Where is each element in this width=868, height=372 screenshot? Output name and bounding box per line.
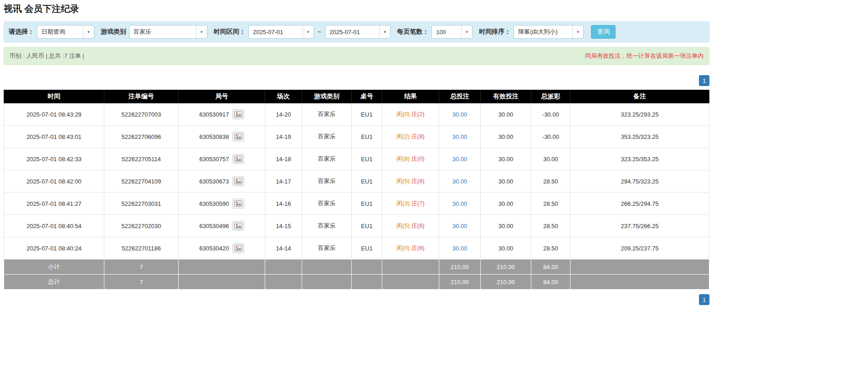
time-sort-value: 降冪(由大到小) — [514, 25, 572, 38]
result-cell: 闲(5) 庄(8) — [382, 170, 439, 193]
note-cell: 266.25/294.75 — [570, 193, 709, 215]
col-note: 备注 — [570, 90, 709, 103]
replay-button[interactable] — [232, 221, 244, 231]
game-type-value: 百家乐 — [129, 25, 196, 38]
chevron-down-icon[interactable]: ▼ — [196, 25, 207, 38]
replay-icon — [234, 245, 242, 251]
banker-result: 庄(0) — [411, 155, 425, 162]
player-result: 闲(3) — [396, 200, 410, 207]
session-cell: 14-16 — [265, 193, 302, 215]
query-type-select[interactable]: 日期查询 ▼ — [37, 25, 94, 39]
total-bet-link[interactable]: 30.00 — [452, 111, 467, 118]
chevron-down-icon[interactable]: ▼ — [461, 25, 472, 38]
total-bet-link[interactable]: 30.00 — [452, 178, 467, 185]
note-cell: 237.75/266.25 — [570, 215, 709, 237]
game-type-cell: 百家乐 — [302, 170, 352, 193]
table-row: 2025-07-01 08:42:33 522622705114 6305307… — [4, 148, 709, 170]
round-cell: 630530757 — [179, 148, 265, 170]
time-cell: 2025-07-01 08:43:01 — [4, 126, 104, 148]
grand-total-valid-bet: 210.00 — [481, 275, 531, 290]
date-from-select[interactable]: 2025-07-01 ▼ — [248, 25, 314, 39]
replay-button[interactable] — [232, 109, 244, 119]
session-cell: 14-19 — [265, 126, 302, 148]
query-type-value: 日期查询 — [37, 25, 83, 38]
time-sort-label: 时间排序： — [479, 28, 511, 36]
payout-cell: 28.50 — [531, 215, 570, 237]
session-cell: 14-20 — [265, 103, 302, 126]
chevron-down-icon[interactable]: ▼ — [83, 25, 94, 38]
subtotal-payout: 84.00 — [531, 260, 570, 275]
game-type-cell: 百家乐 — [302, 215, 352, 237]
chevron-down-icon[interactable]: ▼ — [572, 25, 583, 38]
per-page-select[interactable]: 100 ▼ — [431, 25, 473, 39]
page-button-1[interactable]: 1 — [699, 294, 709, 305]
total-bet-cell: 30.00 — [439, 170, 481, 193]
bet-id-cell: 522622703031 — [104, 193, 179, 215]
total-bet-cell: 30.00 — [439, 103, 481, 126]
chevron-down-icon[interactable]: ▼ — [379, 25, 390, 38]
banker-result: 庄(8) — [411, 133, 425, 140]
round-id: 630530496 — [199, 223, 229, 229]
table-row: 2025-07-01 08:43:01 522622706096 6305308… — [4, 126, 709, 148]
col-session: 场次 — [265, 90, 302, 103]
replay-icon — [234, 156, 242, 162]
subtotal-row: 小计 7 210.00 210.00 84.00 — [4, 260, 709, 275]
replay-button[interactable] — [232, 199, 244, 209]
bet-id-cell: 522622706096 — [104, 126, 179, 148]
col-result: 结果 — [382, 90, 439, 103]
date-from-value: 2025-07-01 — [249, 25, 303, 38]
col-table-no: 桌号 — [352, 90, 382, 103]
total-bet-link[interactable]: 30.00 — [452, 156, 467, 163]
search-button[interactable]: 查询 — [591, 25, 616, 39]
payout-cell: 28.50 — [531, 193, 570, 215]
payout-cell: 30.00 — [531, 148, 570, 170]
col-round-id: 局号 — [179, 90, 265, 103]
total-bet-link[interactable]: 30.00 — [452, 133, 467, 140]
time-sort-select[interactable]: 降冪(由大到小) ▼ — [514, 25, 584, 39]
col-game-type: 游戏类别 — [302, 90, 352, 103]
game-type-cell: 百家乐 — [302, 148, 352, 170]
subtotal-total-bet: 210.00 — [439, 260, 481, 275]
session-cell: 14-14 — [265, 237, 302, 260]
result-cell: 闲(0) 庄(2) — [382, 103, 439, 126]
page-title: 视讯 会员下注纪录 — [4, 2, 709, 21]
page-button-1[interactable]: 1 — [699, 75, 709, 86]
per-page-value: 100 — [432, 25, 461, 38]
date-to-select[interactable]: 2025-07-01 ▼ — [325, 25, 390, 39]
grand-total-row: 总计 7 210.00 210.00 84.00 — [4, 275, 709, 290]
total-bet-link[interactable]: 30.00 — [452, 223, 467, 229]
table-header-row: 时间 注单编号 局号 场次 游戏类别 桌号 结果 总投注 有效投注 总派彩 备注 — [4, 90, 709, 103]
note-cell: 323.25/353.25 — [570, 148, 709, 170]
valid-bet-cell: 30.00 — [481, 237, 531, 260]
bet-id-cell: 522622704109 — [104, 170, 179, 193]
table-no-cell: EU1 — [352, 170, 382, 193]
total-bet-link[interactable]: 30.00 — [452, 200, 467, 207]
col-total-bet: 总投注 — [439, 90, 481, 103]
bet-id-cell: 522622701186 — [104, 237, 179, 260]
round-cell: 630530496 — [179, 215, 265, 237]
valid-bet-cell: 30.00 — [481, 215, 531, 237]
payout-cell: -30.00 — [531, 126, 570, 148]
round-cell: 630530838 — [179, 126, 265, 148]
round-id: 630530420 — [199, 245, 229, 252]
chevron-down-icon[interactable]: ▼ — [303, 25, 313, 38]
replay-button[interactable] — [232, 176, 244, 186]
total-bet-link[interactable]: 30.00 — [452, 245, 467, 252]
replay-button[interactable] — [232, 154, 244, 164]
game-type-cell: 百家乐 — [302, 237, 352, 260]
date-separator: ~ — [317, 28, 322, 36]
bet-id-cell: 522622705114 — [104, 148, 179, 170]
time-cell: 2025-07-01 08:41:27 — [4, 193, 104, 215]
round-id: 630530673 — [199, 178, 229, 185]
payout-cell: -30.00 — [531, 103, 570, 126]
replay-button[interactable] — [232, 132, 244, 142]
replay-button[interactable] — [232, 243, 244, 253]
game-type-select[interactable]: 百家乐 ▼ — [129, 25, 207, 39]
total-bet-cell: 30.00 — [439, 215, 481, 237]
table-row: 2025-07-01 08:40:24 522622701186 6305304… — [4, 237, 709, 260]
banker-result: 庄(2) — [411, 111, 425, 117]
bet-id-cell: 522622707003 — [104, 103, 179, 126]
time-cell: 2025-07-01 08:40:54 — [4, 215, 104, 237]
col-bet-id: 注单编号 — [104, 90, 179, 103]
note-cell: 353.25/323.25 — [570, 126, 709, 148]
